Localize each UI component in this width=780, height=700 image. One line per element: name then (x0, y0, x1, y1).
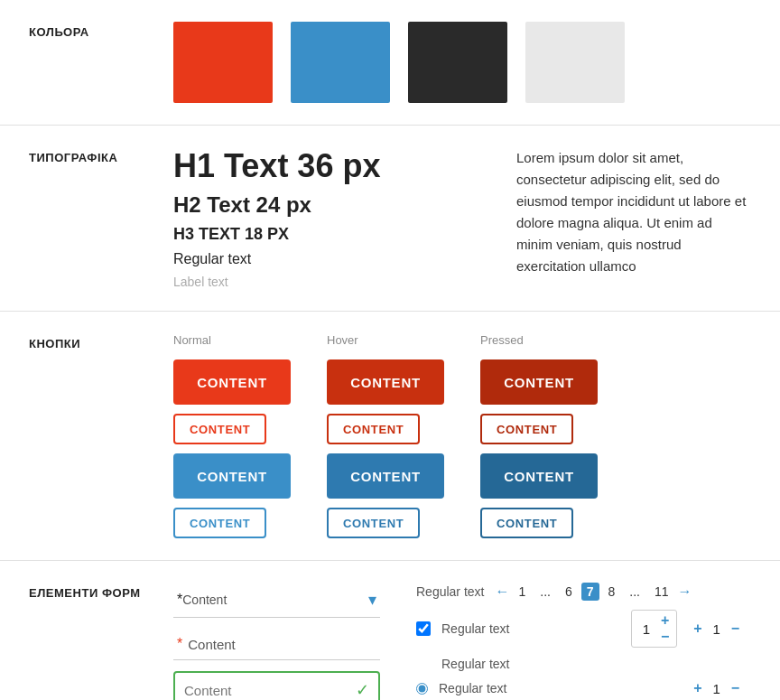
forms-content: * Content ▾ * ✓ Regular text (173, 583, 751, 700)
forms-label: ЕЛЕМЕНТИ ФОРМ (29, 583, 173, 600)
pagination-next[interactable]: → (678, 583, 692, 600)
btn-normal-blue-lg[interactable]: CONTENT (173, 453, 291, 499)
buttons-section: КНОПКИ Normal CONTENT CONTENT CONTENT CO… (0, 312, 780, 561)
stepper-value-inline-2: 1 (708, 681, 726, 696)
page-ellipsis-2: ... (624, 583, 645, 601)
regular-text-3: Regular text (441, 657, 509, 671)
stepper-2: + 1 − (692, 680, 741, 696)
forms-section: ЕЛЕМЕНТИ ФОРМ * Content ▾ * ✓ (0, 561, 780, 700)
h1-sample: H1 Text 36 px (173, 147, 480, 185)
checkbox-1[interactable] (416, 621, 431, 636)
stepper-minus-inline-1[interactable]: − (729, 621, 741, 637)
btn-group-pressed: Pressed CONTENT CONTENT CONTENT CONTENT (480, 333, 598, 538)
btn-group-hover: Hover CONTENT CONTENT CONTENT CONTENT (327, 333, 444, 538)
stepper-minus-1[interactable]: − (659, 629, 671, 645)
stepper-box-1: 1 + − (631, 610, 677, 648)
typography-content: H1 Text 36 px H2 Text 24 px H3 TEXT 18 P… (173, 147, 751, 289)
stepper-1: 1 + − + 1 − (631, 610, 741, 648)
regular-text-1: Regular text (416, 584, 484, 599)
pagination-row: Regular text ← 1 ... 6 7 8 ... 11 → (416, 583, 741, 601)
label-sample: Label text (173, 275, 480, 289)
color-swatch-blue (291, 22, 390, 103)
dropdown-value: Content (182, 593, 227, 607)
stepper-minus-inline-2[interactable]: − (729, 680, 741, 696)
form-controls: Regular text ← 1 ... 6 7 8 ... 11 → (416, 583, 741, 696)
btn-normal-orange-sm[interactable]: CONTENT (173, 414, 266, 444)
success-field[interactable]: ✓ (173, 671, 380, 700)
dropdown-field[interactable]: * Content ▾ (173, 583, 380, 618)
pressed-label: Pressed (480, 333, 524, 347)
colors-label: КОЛЬОРА (29, 22, 173, 39)
required-star-2: * (177, 636, 182, 652)
stepper-plus-inline-1[interactable]: + (692, 621, 703, 637)
stepper-value-1: 1 (637, 621, 655, 637)
btn-hover-orange-sm[interactable]: CONTENT (327, 414, 420, 444)
page-ellipsis-1: ... (534, 583, 556, 601)
stepper-value-inline-1: 1 (708, 621, 726, 637)
page-7[interactable]: 7 (581, 583, 599, 601)
page-8[interactable]: 8 (603, 583, 621, 601)
colors-content (173, 22, 751, 103)
btn-pressed-orange-sm[interactable]: CONTENT (480, 414, 573, 444)
btn-hover-orange-lg[interactable]: CONTENT (327, 359, 444, 405)
page-6[interactable]: 6 (560, 583, 578, 601)
radio-row: Regular text + 1 − (416, 680, 741, 696)
colors-section: КОЛЬОРА (0, 0, 780, 126)
stepper-plus-1[interactable]: + (659, 612, 671, 629)
hover-label: Hover (327, 333, 358, 347)
regular-text-2: Regular text (441, 621, 509, 636)
text-row: Regular text (416, 657, 741, 671)
btn-pressed-blue-sm[interactable]: CONTENT (480, 508, 573, 538)
btn-pressed-blue-lg[interactable]: CONTENT (480, 453, 598, 499)
btn-pressed-orange-lg[interactable]: CONTENT (480, 359, 598, 405)
btn-hover-blue-lg[interactable]: CONTENT (327, 453, 444, 499)
typography-section: ТИПОГРАФІКА H1 Text 36 px H2 Text 24 px … (0, 126, 780, 312)
buttons-label: КНОПКИ (29, 333, 173, 350)
text-input-1[interactable] (188, 637, 376, 652)
page-11[interactable]: 11 (649, 583, 674, 601)
text-field-1[interactable]: * (173, 629, 380, 660)
pagination: ← 1 ... 6 7 8 ... 11 → (495, 583, 692, 601)
pagination-prev[interactable]: ← (495, 583, 509, 600)
regular-text-4: Regular text (439, 681, 506, 695)
typography-body: Lorem ipsum dolor sit amet, consectetur … (516, 147, 751, 277)
buttons-content: Normal CONTENT CONTENT CONTENT CONTENT H… (173, 333, 751, 538)
normal-label: Normal (173, 333, 211, 347)
typography-label: ТИПОГРАФІКА (29, 147, 173, 164)
form-elements: * Content ▾ * ✓ Regular text (173, 583, 741, 700)
check-icon: ✓ (356, 680, 369, 700)
color-swatch-light (525, 22, 625, 103)
stepper-plus-inline-2[interactable]: + (692, 680, 703, 696)
color-swatch-dark (408, 22, 507, 103)
inline-stepper-2: + 1 − (692, 680, 741, 696)
chevron-down-icon: ▾ (368, 590, 376, 610)
regular-sample: Regular text (173, 251, 480, 267)
color-swatches (173, 22, 625, 103)
h2-sample: H2 Text 24 px (173, 192, 480, 218)
btn-normal-blue-sm[interactable]: CONTENT (173, 508, 266, 538)
checkbox-row: Regular text 1 + − + 1 − (416, 610, 741, 648)
typography-samples: H1 Text 36 px H2 Text 24 px H3 TEXT 18 P… (173, 147, 516, 289)
text-input-success[interactable] (184, 683, 356, 698)
h3-sample: H3 TEXT 18 PX (173, 225, 480, 244)
btn-hover-blue-sm[interactable]: CONTENT (327, 508, 420, 538)
buttons-groups: Normal CONTENT CONTENT CONTENT CONTENT H… (173, 333, 598, 538)
inline-stepper-1: + 1 − (692, 621, 741, 637)
form-fields: * Content ▾ * ✓ (173, 583, 380, 700)
page-1[interactable]: 1 (513, 583, 531, 601)
radio-1[interactable] (416, 683, 428, 695)
color-swatch-orange (173, 22, 273, 103)
btn-normal-orange-lg[interactable]: CONTENT (173, 359, 291, 405)
btn-group-normal: Normal CONTENT CONTENT CONTENT CONTENT (173, 333, 291, 538)
